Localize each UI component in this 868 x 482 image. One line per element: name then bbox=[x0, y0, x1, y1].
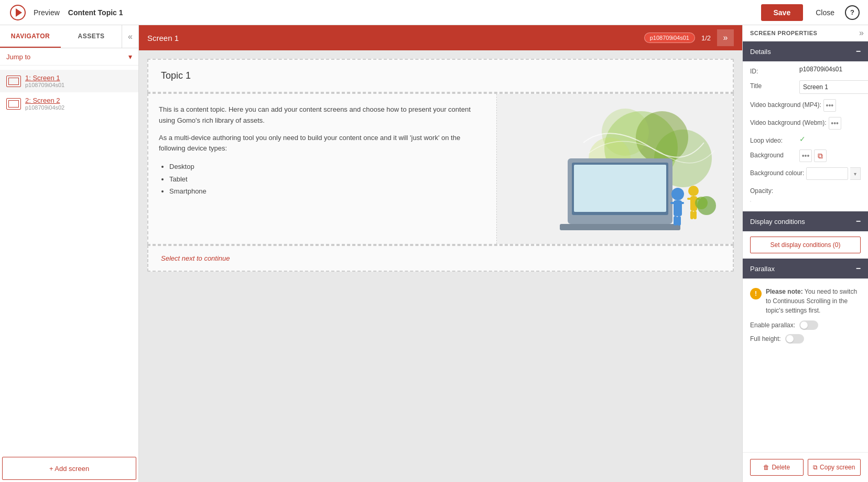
screen-list: 1: Screen 1 p108709i04s01 2: Screen 2 p1… bbox=[0, 66, 138, 455]
screen-id-badge: p108709i04s01 bbox=[644, 33, 695, 43]
video-mp4-button[interactable]: ••• bbox=[823, 99, 836, 112]
background-row: Background ••• ⧉ bbox=[750, 149, 861, 162]
add-screen-button[interactable]: + Add screen bbox=[2, 457, 136, 480]
right-panel: SCREEN PROPERTIES » Details − ID: p10870… bbox=[742, 25, 868, 482]
screen-item-id-2: p108709i04s02 bbox=[25, 104, 64, 111]
topic-header-block: Topic 1 bbox=[147, 59, 734, 93]
full-height-toggle[interactable] bbox=[785, 334, 804, 344]
svg-rect-15 bbox=[674, 216, 677, 226]
screen-header-title: Screen 1 bbox=[147, 34, 179, 42]
display-conditions-section-header: Display conditions − bbox=[743, 211, 868, 231]
parallax-note-text: Please note: You need to switch to Conti… bbox=[766, 287, 861, 315]
background-colour-arrow[interactable]: ▾ bbox=[850, 167, 861, 180]
right-panel-actions: 🗑 Delete ⧉ Copy screen bbox=[743, 452, 868, 482]
full-height-row: Full height: bbox=[750, 334, 861, 344]
background-colour-label: Background colour: bbox=[750, 167, 804, 177]
svg-point-11 bbox=[671, 188, 684, 200]
details-section-header: Details − bbox=[743, 41, 868, 61]
double-chevron-right-icon: » bbox=[723, 33, 728, 42]
background-colour-swatch[interactable] bbox=[806, 167, 848, 180]
tab-navigator[interactable]: NAVIGATOR bbox=[0, 25, 61, 48]
screen-item-2[interactable]: 2: Screen 2 p108709i04s02 bbox=[0, 92, 138, 115]
copy-screen-button[interactable]: ⧉ Copy screen bbox=[808, 459, 861, 476]
details-section-title: Details bbox=[750, 48, 771, 56]
continue-block: Select next to continue bbox=[147, 245, 734, 272]
right-panel-toggle-button[interactable]: » bbox=[717, 29, 734, 46]
opacity-slider[interactable] bbox=[750, 201, 751, 202]
content-paragraph-1: This is a content topic. Here you can ad… bbox=[159, 104, 486, 126]
svg-rect-14 bbox=[679, 202, 684, 204]
enable-parallax-row: Enable parallax: bbox=[750, 320, 861, 330]
title-label: Title bbox=[750, 80, 797, 90]
topbar: Preview Content Topic 1 Save Close ? bbox=[0, 0, 868, 25]
canvas-card: Topic 1 This is a content topic. Here yo… bbox=[147, 59, 734, 272]
background-image-button[interactable]: ⧉ bbox=[814, 149, 827, 162]
bullet-item-tablet: Tablet bbox=[169, 173, 486, 185]
jump-to-label: Jump to bbox=[6, 53, 30, 61]
center-content: Screen 1 p108709i04s01 1/2 » Topic 1 Thi… bbox=[139, 25, 742, 482]
sidebar-tabs: NAVIGATOR ASSETS « bbox=[0, 25, 138, 48]
title-row: Title bbox=[750, 80, 861, 94]
parallax-warning-icon: ! bbox=[750, 288, 762, 299]
display-conditions-collapse-button[interactable]: − bbox=[856, 217, 861, 226]
svg-rect-9 bbox=[574, 165, 666, 212]
canvas-area: Topic 1 This is a content topic. Here yo… bbox=[139, 50, 742, 482]
tab-assets[interactable]: ASSETS bbox=[61, 25, 122, 48]
set-display-conditions-button[interactable]: Set display conditions (0) bbox=[750, 237, 861, 253]
background-dots-button[interactable]: ••• bbox=[799, 149, 812, 162]
sidebar-collapse-button[interactable]: « bbox=[122, 25, 138, 48]
video-webm-label: Video background (Webm): bbox=[750, 117, 827, 126]
loop-video-row: Loop video: ✓ bbox=[750, 135, 861, 144]
jump-to-bar[interactable]: Jump to ▾ bbox=[0, 48, 138, 66]
jump-to-arrow-icon: ▾ bbox=[128, 52, 132, 61]
details-collapse-button[interactable]: − bbox=[856, 47, 861, 56]
screen-counter: 1/2 bbox=[701, 34, 711, 42]
video-mp4-row: Video background (MP4): ••• bbox=[750, 99, 861, 112]
svg-marker-1 bbox=[16, 8, 22, 17]
continue-text: Select next to continue bbox=[161, 254, 230, 262]
screen-item-id-1: p108709i04s01 bbox=[25, 82, 64, 88]
enable-parallax-toggle[interactable] bbox=[799, 320, 818, 330]
help-button[interactable]: ? bbox=[845, 5, 860, 20]
trash-icon: 🗑 bbox=[763, 464, 769, 471]
screen-item-title-2: 2: Screen 2 bbox=[25, 97, 64, 104]
delete-label: Delete bbox=[772, 464, 790, 471]
enable-parallax-label: Enable parallax: bbox=[750, 322, 795, 329]
app-logo bbox=[8, 3, 27, 22]
image-panel[interactable] bbox=[497, 94, 733, 244]
parallax-note: ! Please note: You need to switch to Con… bbox=[750, 283, 861, 320]
content-block: This is a content topic. Here you can ad… bbox=[147, 93, 734, 245]
svg-rect-13 bbox=[670, 202, 676, 204]
screen-header: Screen 1 p108709i04s01 1/2 » bbox=[139, 25, 742, 50]
screen-item-1[interactable]: 1: Screen 1 p108709i04s01 bbox=[0, 70, 138, 92]
right-panel-collapse-button[interactable]: » bbox=[859, 28, 864, 38]
video-webm-button[interactable]: ••• bbox=[829, 117, 841, 130]
svg-rect-16 bbox=[677, 216, 681, 226]
app-subtitle: Preview bbox=[34, 8, 60, 17]
video-webm-row: Video background (Webm): ••• bbox=[750, 117, 861, 130]
bullet-item-desktop: Desktop bbox=[169, 160, 486, 173]
text-panel: This is a content topic. Here you can ad… bbox=[148, 94, 497, 244]
svg-rect-21 bbox=[690, 211, 693, 219]
screen-icon-2 bbox=[6, 98, 21, 110]
double-chevron-left-icon: « bbox=[128, 32, 133, 41]
parallax-body: ! Please note: You need to switch to Con… bbox=[743, 279, 868, 352]
save-button[interactable]: Save bbox=[761, 4, 804, 21]
svg-rect-22 bbox=[693, 211, 697, 219]
delete-button[interactable]: 🗑 Delete bbox=[750, 459, 804, 476]
parallax-collapse-button[interactable]: − bbox=[856, 264, 861, 273]
id-value: p108709i04s01 bbox=[799, 66, 861, 73]
loop-video-checkmark: ✓ bbox=[799, 135, 806, 143]
loop-video-label: Loop video: bbox=[750, 135, 797, 144]
topic-title: Topic 1 bbox=[161, 70, 191, 81]
id-row: ID: p108709i04s01 bbox=[750, 66, 861, 75]
svg-point-17 bbox=[688, 186, 699, 196]
close-button[interactable]: Close bbox=[816, 8, 834, 17]
id-label: ID: bbox=[750, 66, 797, 75]
right-panel-header: SCREEN PROPERTIES » bbox=[743, 25, 868, 41]
properties-body: ID: p108709i04s01 Title Video background… bbox=[743, 61, 868, 211]
svg-point-24 bbox=[695, 197, 708, 209]
background-label: Background bbox=[750, 149, 797, 159]
title-input[interactable] bbox=[799, 80, 868, 94]
canvas-illustration bbox=[505, 101, 725, 237]
